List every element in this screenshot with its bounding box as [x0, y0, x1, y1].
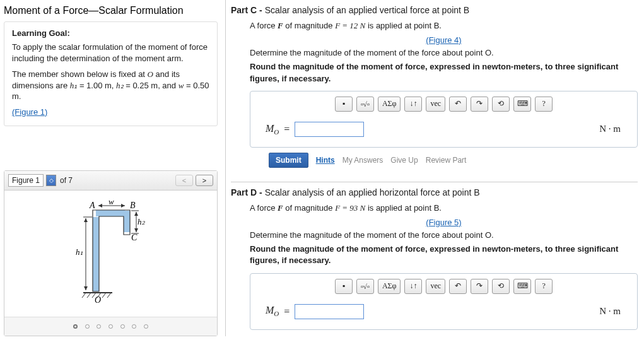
topic-title: Moment of a Force—Scalar Formulation: [4, 5, 218, 16]
updown-arrows-icon[interactable]: ↓↑: [404, 279, 422, 294]
figure-count: of 7: [60, 176, 73, 185]
figure-dot-5[interactable]: [120, 324, 125, 329]
part-c-toolbar: ▪ ▫√▫ ΑΣφ ↓↑ vec ↶ ↷ ⟲ ⌨ ?: [250, 91, 637, 117]
fig-label-h2: h₂: [138, 217, 146, 226]
learning-goal-p1: To apply the scalar formulation of the m…: [12, 42, 209, 64]
my-answers-link[interactable]: My Answers: [342, 156, 383, 165]
reset-icon[interactable]: ⟲: [492, 279, 510, 294]
fig-label-a: A: [89, 201, 95, 210]
keyboard-icon[interactable]: ⌨: [513, 97, 531, 112]
greek-icon[interactable]: ΑΣφ: [378, 97, 401, 112]
figure-image: A B C O w h₁ h₂: [4, 191, 217, 317]
part-c-round: Round the magnitude of the moment of for…: [250, 61, 638, 84]
svg-marker-12: [121, 204, 125, 208]
figure-prev-button[interactable]: <: [175, 175, 193, 186]
svg-line-8: [102, 293, 106, 298]
svg-marker-11: [98, 204, 102, 208]
submit-button[interactable]: Submit: [269, 153, 308, 168]
figure-dot-1[interactable]: [73, 324, 78, 329]
part-d-title: Part D - Scalar analysis of an applied h…: [231, 187, 638, 197]
part-d-task: Determine the magnitude of the moment of…: [250, 230, 638, 241]
learning-goal-p2: The member shown below is fixed at O and…: [12, 69, 209, 102]
part-d-answer-input[interactable]: [295, 304, 364, 319]
part-d-answer-box: ▪ ▫√▫ ΑΣφ ↓↑ vec ↶ ↷ ⟲ ⌨ ? MO =: [250, 273, 638, 330]
help-icon[interactable]: ?: [535, 279, 553, 294]
fig-label-o: O: [95, 295, 101, 305]
give-up-link[interactable]: Give Up: [390, 156, 418, 165]
redo-icon[interactable]: ↷: [471, 279, 488, 294]
part-c-answer-input[interactable]: [295, 122, 364, 137]
figure-selector-dropdown[interactable]: ◇: [46, 175, 56, 186]
figure-dot-7[interactable]: [144, 324, 148, 329]
part-c-title: Part C - Scalar analysis of an applied v…: [231, 5, 638, 15]
keyboard-icon[interactable]: ⌨: [513, 279, 531, 294]
hints-link[interactable]: Hints: [316, 156, 335, 165]
part-c-actions: Submit Hints My Answers Give Up Review P…: [250, 150, 638, 177]
figure-dots: [4, 317, 217, 336]
svg-marker-14: [84, 218, 88, 222]
figure-selector-label[interactable]: Figure 1: [8, 174, 44, 187]
part-c-answer-line: MO = N · m: [250, 117, 637, 147]
part-d-round: Round the magnitude of the moment of for…: [250, 244, 638, 266]
svg-line-4: [82, 293, 86, 298]
template-icon[interactable]: ▪: [335, 97, 353, 112]
figure-dot-2[interactable]: [85, 324, 90, 329]
mo-symbol: MO: [266, 305, 279, 317]
fraction-sqrt-icon[interactable]: ▫√▫: [356, 97, 374, 112]
figure-panel: Figure 1 ◇ of 7 < >: [4, 170, 218, 336]
svg-line-5: [87, 293, 91, 298]
svg-marker-19: [134, 228, 138, 232]
undo-icon[interactable]: ↶: [449, 279, 467, 294]
figure-5-link[interactable]: (Figure 5): [426, 218, 461, 227]
undo-icon[interactable]: ↶: [449, 97, 467, 112]
fraction-sqrt-icon[interactable]: ▫√▫: [356, 279, 374, 294]
svg-marker-15: [84, 286, 88, 290]
vec-button[interactable]: vec: [426, 279, 445, 294]
greek-icon[interactable]: ΑΣφ: [378, 279, 401, 294]
part-c-force-line: A force F of magnitude F = 12 N is appli…: [250, 20, 638, 32]
part-c-unit: N · m: [599, 124, 621, 134]
part-d-force-line: A force F of magnitude F = 93 N is appli…: [250, 203, 638, 214]
learning-goal-heading: Learning Goal:: [12, 28, 209, 38]
reset-icon[interactable]: ⟲: [492, 97, 510, 112]
part-d-unit: N · m: [599, 306, 621, 317]
figure-4-link[interactable]: (Figure 4): [426, 35, 461, 45]
vec-button[interactable]: vec: [426, 97, 445, 112]
mo-symbol: MO: [266, 123, 279, 136]
figure-header: Figure 1 ◇ of 7 < >: [4, 171, 217, 191]
figure-dot-4[interactable]: [108, 324, 113, 329]
review-part-link[interactable]: Review Part: [426, 156, 467, 165]
part-d-answer-line: MO = N · m: [250, 299, 637, 329]
part-c-answer-box: ▪ ▫√▫ ΑΣφ ↓↑ vec ↶ ↷ ⟲ ⌨ ? MO =: [250, 91, 638, 148]
figure-1-link[interactable]: (Figure 1): [12, 107, 47, 117]
learning-goal-box: Learning Goal: To apply the scalar formu…: [4, 21, 218, 126]
fig-label-w: w: [108, 197, 114, 206]
part-c-task: Determine the magnitude of the moment of…: [250, 47, 638, 59]
part-c: Part C - Scalar analysis of an applied v…: [231, 5, 638, 177]
divider: [231, 182, 638, 182]
fig-label-c: C: [131, 233, 138, 242]
svg-line-9: [107, 293, 111, 298]
figure-dot-3[interactable]: [97, 324, 101, 329]
updown-arrows-icon[interactable]: ↓↑: [404, 97, 422, 112]
fig-label-h1: h₁: [76, 247, 83, 257]
part-d: Part D - Scalar analysis of an applied h…: [231, 187, 638, 330]
fig-label-b: B: [130, 201, 136, 210]
redo-icon[interactable]: ↷: [471, 97, 488, 112]
figure-next-button[interactable]: >: [196, 175, 213, 186]
template-icon[interactable]: ▪: [335, 279, 353, 294]
help-icon[interactable]: ?: [535, 97, 553, 112]
part-d-toolbar: ▪ ▫√▫ ΑΣφ ↓↑ vec ↶ ↷ ⟲ ⌨ ?: [250, 274, 637, 299]
svg-marker-18: [134, 212, 138, 216]
figure-dot-6[interactable]: [132, 324, 136, 329]
